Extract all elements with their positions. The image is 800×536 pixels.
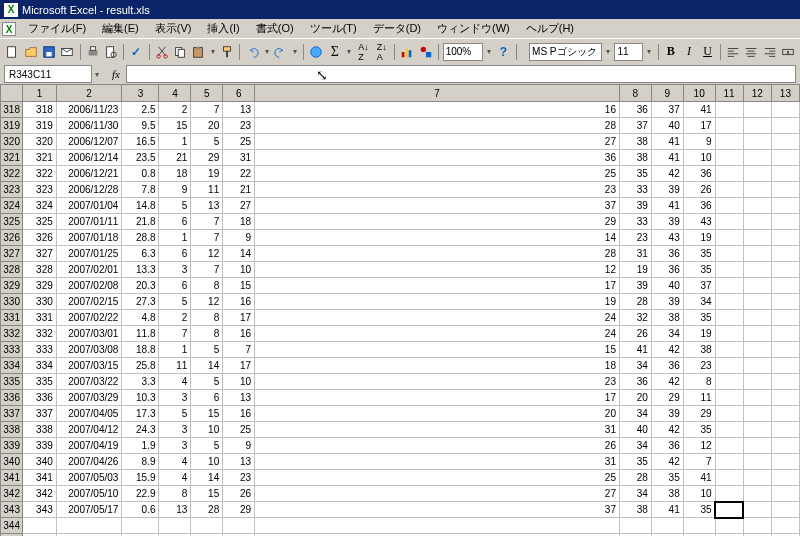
cell-r335c10[interactable]: 8	[683, 374, 715, 390]
cell-r325c8[interactable]: 33	[619, 214, 651, 230]
cell-r329c12[interactable]	[743, 278, 771, 294]
cell-r330c10[interactable]: 34	[683, 294, 715, 310]
cell-r318c8[interactable]: 36	[619, 102, 651, 118]
cell-r324c13[interactable]	[771, 198, 799, 214]
cell-r341c13[interactable]	[771, 470, 799, 486]
cell-r330c13[interactable]	[771, 294, 799, 310]
cell-r322c1[interactable]: 322	[23, 166, 57, 182]
cell-r344c4[interactable]	[159, 518, 191, 534]
cell-r338c10[interactable]: 35	[683, 422, 715, 438]
cell-r340c4[interactable]: 4	[159, 454, 191, 470]
menu-tools[interactable]: ツール(T)	[302, 19, 365, 38]
cell-r328c4[interactable]: 3	[159, 262, 191, 278]
cell-r330c6[interactable]: 16	[223, 294, 255, 310]
cell-r336c6[interactable]: 13	[223, 390, 255, 406]
cell-r328c1[interactable]: 328	[23, 262, 57, 278]
col-header-6[interactable]: 6	[223, 85, 255, 102]
cell-r318c6[interactable]: 13	[223, 102, 255, 118]
cell-r326c11[interactable]	[715, 230, 743, 246]
row-header-339[interactable]: 339	[1, 438, 23, 454]
row-header-335[interactable]: 335	[1, 374, 23, 390]
formula-input[interactable]	[126, 65, 796, 83]
cell-r338c4[interactable]: 3	[159, 422, 191, 438]
cell-r338c2[interactable]: 2007/04/12	[56, 422, 122, 438]
cell-r319c7[interactable]: 28	[255, 118, 620, 134]
col-header-10[interactable]: 10	[683, 85, 715, 102]
cell-r334c8[interactable]: 34	[619, 358, 651, 374]
cell-r336c8[interactable]: 20	[619, 390, 651, 406]
fontsize-combo[interactable]: 11	[614, 43, 643, 61]
cell-r322c9[interactable]: 42	[651, 166, 683, 182]
cell-r318c5[interactable]: 7	[191, 102, 223, 118]
cell-r319c13[interactable]	[771, 118, 799, 134]
cell-r339c8[interactable]: 34	[619, 438, 651, 454]
cell-r331c6[interactable]: 17	[223, 310, 255, 326]
cell-r319c6[interactable]: 23	[223, 118, 255, 134]
cell-r337c1[interactable]: 337	[23, 406, 57, 422]
bold-button[interactable]: B	[663, 42, 679, 62]
cell-r331c2[interactable]: 2007/02/22	[56, 310, 122, 326]
cell-r323c2[interactable]: 2006/12/28	[56, 182, 122, 198]
cell-r318c9[interactable]: 37	[651, 102, 683, 118]
cell-r338c12[interactable]	[743, 422, 771, 438]
sort-desc-button[interactable]: Z↓A	[374, 42, 390, 62]
cell-r323c1[interactable]: 323	[23, 182, 57, 198]
row-header-324[interactable]: 324	[1, 198, 23, 214]
cell-r327c12[interactable]	[743, 246, 771, 262]
cell-r328c2[interactable]: 2007/02/01	[56, 262, 122, 278]
cell-r322c6[interactable]: 22	[223, 166, 255, 182]
cell-r320c4[interactable]: 1	[159, 134, 191, 150]
cell-r324c4[interactable]: 5	[159, 198, 191, 214]
align-center-button[interactable]	[743, 42, 759, 62]
cell-r339c4[interactable]: 3	[159, 438, 191, 454]
cell-r326c13[interactable]	[771, 230, 799, 246]
cell-r344c7[interactable]	[255, 518, 620, 534]
cell-r333c13[interactable]	[771, 342, 799, 358]
col-header-4[interactable]: 4	[159, 85, 191, 102]
cell-r344c12[interactable]	[743, 518, 771, 534]
row-header-320[interactable]: 320	[1, 134, 23, 150]
cell-r323c5[interactable]: 11	[191, 182, 223, 198]
cell-r320c6[interactable]: 25	[223, 134, 255, 150]
cell-r339c9[interactable]: 36	[651, 438, 683, 454]
cell-r339c6[interactable]: 9	[223, 438, 255, 454]
redo-button[interactable]	[273, 42, 289, 62]
cell-r338c3[interactable]: 24.3	[122, 422, 159, 438]
cell-r335c12[interactable]	[743, 374, 771, 390]
cell-r327c2[interactable]: 2007/01/25	[56, 246, 122, 262]
cell-r318c1[interactable]: 318	[23, 102, 57, 118]
cell-r320c2[interactable]: 2006/12/07	[56, 134, 122, 150]
cell-r336c11[interactable]	[715, 390, 743, 406]
row-header-344[interactable]: 344	[1, 518, 23, 534]
row-header-332[interactable]: 332	[1, 326, 23, 342]
cell-r320c9[interactable]: 41	[651, 134, 683, 150]
row-header-340[interactable]: 340	[1, 454, 23, 470]
cell-r340c9[interactable]: 42	[651, 454, 683, 470]
cell-r344c8[interactable]	[619, 518, 651, 534]
cell-r331c12[interactable]	[743, 310, 771, 326]
cell-r328c11[interactable]	[715, 262, 743, 278]
cell-r327c9[interactable]: 36	[651, 246, 683, 262]
cell-r334c5[interactable]: 14	[191, 358, 223, 374]
cell-r330c9[interactable]: 39	[651, 294, 683, 310]
cell-r333c8[interactable]: 41	[619, 342, 651, 358]
cell-r339c7[interactable]: 26	[255, 438, 620, 454]
col-header-7[interactable]: 7	[255, 85, 620, 102]
cell-r318c12[interactable]	[743, 102, 771, 118]
cell-r330c8[interactable]: 28	[619, 294, 651, 310]
row-header-328[interactable]: 328	[1, 262, 23, 278]
cell-r331c1[interactable]: 331	[23, 310, 57, 326]
cell-r332c4[interactable]: 7	[159, 326, 191, 342]
cell-r326c4[interactable]: 1	[159, 230, 191, 246]
cell-r344c5[interactable]	[191, 518, 223, 534]
underline-button[interactable]: U	[699, 42, 715, 62]
cell-r329c13[interactable]	[771, 278, 799, 294]
row-header-326[interactable]: 326	[1, 230, 23, 246]
cell-r329c6[interactable]: 15	[223, 278, 255, 294]
cell-r329c8[interactable]: 39	[619, 278, 651, 294]
cell-r343c7[interactable]: 37	[255, 502, 620, 518]
cell-r338c9[interactable]: 42	[651, 422, 683, 438]
cell-r324c9[interactable]: 41	[651, 198, 683, 214]
cell-r333c7[interactable]: 15	[255, 342, 620, 358]
zoom-dd[interactable]: ▾	[485, 47, 493, 56]
